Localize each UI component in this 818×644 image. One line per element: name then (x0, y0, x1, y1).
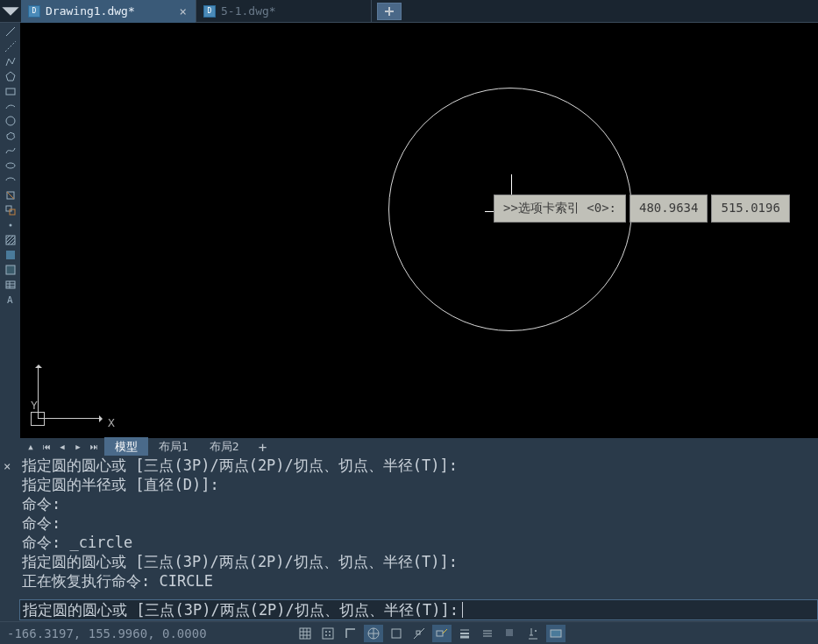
svg-rect-12 (6, 265, 15, 274)
svg-rect-31 (392, 629, 401, 638)
svg-rect-23 (323, 628, 333, 639)
command-history-line: 指定圆的半径或 [直径(D)]: (22, 475, 815, 494)
svg-line-32 (414, 628, 424, 639)
toggle-polar[interactable] (364, 625, 383, 642)
dwg-icon: D (28, 5, 40, 18)
layout-add-button[interactable]: + (250, 437, 276, 457)
svg-marker-2 (6, 72, 15, 81)
line-icon[interactable] (3, 25, 18, 38)
file-tab-inactive[interactable]: D 5-1.dwg* (196, 0, 372, 23)
file-tab-active[interactable]: D Drawing1.dwg* × (21, 0, 196, 23)
toggle-grid[interactable] (295, 625, 315, 642)
spline-icon[interactable] (3, 145, 18, 157)
polyline-icon[interactable] (3, 55, 18, 67)
ucs-x-axis (38, 418, 101, 419)
nav-first-icon[interactable]: ⏮ (39, 440, 53, 454)
svg-point-24 (325, 631, 327, 633)
svg-point-26 (325, 634, 327, 636)
ucs-y-label: Y (31, 399, 38, 412)
status-bar: -166.3197, 155.9960, 0.0000 (0, 621, 818, 644)
nav-up-icon[interactable]: ▲ (24, 440, 38, 454)
toggle-otrack[interactable] (409, 625, 429, 642)
svg-rect-8 (10, 209, 15, 215)
svg-point-5 (6, 163, 15, 168)
point-icon[interactable] (3, 219, 18, 231)
command-close-icon[interactable]: × (4, 459, 11, 473)
toggle-lwt[interactable] (455, 625, 474, 642)
tab-dropdown[interactable] (0, 0, 21, 23)
toggle-snap[interactable] (318, 625, 338, 642)
hatch-icon[interactable] (3, 234, 18, 246)
file-tab-label: 5-1.dwg* (221, 4, 364, 18)
polygon-icon[interactable] (3, 70, 18, 82)
nav-next-icon[interactable]: ▶ (71, 440, 85, 454)
toggle-dyn[interactable] (432, 625, 452, 642)
layout-tab-bar: ▲ ⏮ ◀ ▶ ⏭ 模型布局1布局2 + (20, 438, 818, 456)
region-icon[interactable] (3, 264, 18, 276)
mtext-icon[interactable]: A (3, 294, 18, 306)
command-history-line: 指定圆的圆心或 [三点(3P)/两点(2P)/切点、切点、半径(T)]: (22, 552, 815, 571)
command-history-line: 命令: (22, 494, 815, 513)
command-input[interactable]: 指定圆的圆心或 [三点(3P)/两点(2P)/切点、切点、半径(T)]: (19, 599, 818, 620)
layout-tab[interactable]: 布局2 (199, 437, 250, 456)
svg-rect-11 (6, 251, 15, 259)
file-tab-bar: D Drawing1.dwg* × D 5-1.dwg* (0, 0, 818, 23)
layout-tab[interactable]: 模型 (104, 437, 148, 456)
table-icon[interactable] (3, 279, 18, 291)
svg-point-27 (329, 634, 331, 636)
new-tab-button[interactable] (377, 3, 402, 20)
svg-rect-41 (506, 629, 513, 636)
command-history-line: 命令: (22, 513, 815, 533)
layout-tab[interactable]: 布局1 (148, 437, 199, 456)
circle-icon[interactable] (3, 115, 18, 127)
nav-last-icon[interactable]: ⏭ (87, 440, 101, 454)
status-toggles (295, 625, 565, 642)
svg-point-25 (329, 631, 331, 633)
construction-line-icon[interactable] (3, 40, 18, 53)
svg-line-0 (6, 27, 15, 36)
toggle-ortho[interactable] (341, 625, 360, 642)
svg-line-1 (5, 41, 16, 52)
toggle-linewt[interactable] (478, 625, 497, 642)
svg-text:A: A (7, 294, 13, 306)
command-history-line: 命令: _circle (22, 533, 815, 552)
dwg-icon: D (203, 5, 216, 18)
svg-rect-43 (551, 630, 561, 637)
dynamic-input-prompt: >>选项卡索引 <0>: (494, 195, 626, 223)
dynamic-input: >>选项卡索引 <0>: 480.9634 515.0196 (494, 195, 790, 223)
ellipse-icon[interactable] (3, 159, 18, 172)
toggle-model-btn[interactable] (546, 625, 565, 642)
command-history-line: 指定圆的圆心或 [三点(3P)/两点(2P)/切点、切点、半径(T)]: (22, 456, 815, 475)
svg-rect-10 (6, 236, 15, 244)
svg-rect-34 (437, 631, 443, 636)
command-history: 指定圆的圆心或 [三点(3P)/两点(2P)/切点、切点、半径(T)]:指定圆的… (19, 456, 818, 600)
arc-icon[interactable] (3, 100, 18, 112)
ucs-origin-box (31, 412, 45, 426)
svg-rect-13 (6, 281, 15, 288)
svg-point-4 (6, 117, 15, 125)
close-icon[interactable]: × (178, 4, 188, 18)
svg-rect-18 (300, 628, 310, 639)
svg-rect-3 (6, 88, 15, 95)
toggle-annot[interactable] (523, 625, 543, 642)
nav-prev-icon[interactable]: ◀ (55, 440, 69, 454)
toggle-selection[interactable] (501, 625, 520, 642)
svg-point-42 (535, 630, 537, 632)
rectangle-icon[interactable] (3, 85, 18, 97)
svg-rect-7 (6, 206, 11, 211)
ellipse-arc-icon[interactable] (3, 174, 18, 187)
toggle-osnap[interactable] (387, 625, 406, 642)
command-input-text: 指定圆的圆心或 [三点(3P)/两点(2P)/切点、切点、半径(T)]: (23, 600, 459, 620)
coordinate-readout: -166.3197, 155.9960, 0.0000 (7, 626, 207, 640)
ucs-y-axis (38, 366, 39, 419)
revcloud-icon[interactable] (3, 130, 18, 142)
drawing-canvas[interactable]: >>选项卡索引 <0>: 480.9634 515.0196 Y X (20, 23, 818, 438)
draw-toolbar: A (0, 23, 20, 438)
ucs-x-label: X (108, 416, 115, 429)
gradient-icon[interactable] (3, 249, 18, 261)
make-block-icon[interactable] (3, 204, 18, 216)
svg-point-9 (9, 224, 11, 227)
dynamic-input-y: 515.0196 (711, 195, 789, 223)
insert-block-icon[interactable] (3, 189, 18, 202)
dynamic-input-x: 480.9634 (630, 195, 708, 223)
